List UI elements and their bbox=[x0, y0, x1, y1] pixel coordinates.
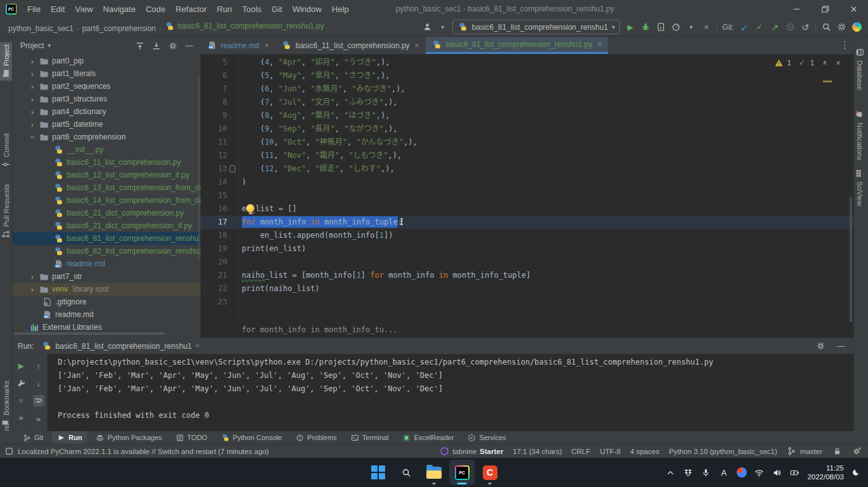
breadcrumb-item-basic6-81-list-comprehension-renshu1-py[interactable]: basic6_81_list_comprehension_renshu1.py bbox=[162, 21, 326, 31]
breadcrumb-item-python-basic-sec1[interactable]: python_basic_sec1 bbox=[6, 24, 76, 33]
profile-ball-icon[interactable] bbox=[736, 467, 747, 478]
wrench-icon[interactable] bbox=[16, 378, 26, 388]
panel-min-icon[interactable]: — bbox=[184, 41, 194, 51]
speaker-icon[interactable] bbox=[772, 467, 782, 478]
editor-tab-basic6-81-list-comprehension-renshu1-py[interactable]: basic6_81_list_comprehension_renshu1.py× bbox=[426, 37, 608, 54]
minimize-button[interactable] bbox=[782, 0, 811, 18]
dropbox-icon[interactable] bbox=[683, 467, 694, 478]
status-item-python-3-10-python-basic-sec1[interactable]: Python 3.10 (python_basic_sec1) bbox=[669, 448, 777, 455]
chevron-right-icon[interactable]: › bbox=[29, 272, 36, 282]
gear-icon[interactable] bbox=[815, 341, 825, 351]
moon-icon[interactable] bbox=[851, 467, 862, 478]
tree-item-readme-md[interactable]: MDreadme.md bbox=[13, 257, 201, 270]
tree-item-venv[interactable]: ›venvlibrary root bbox=[13, 283, 201, 295]
menu-git[interactable]: Git bbox=[266, 4, 287, 14]
menu-edit[interactable]: Edit bbox=[46, 4, 70, 14]
chevron-up-icon[interactable] bbox=[665, 467, 676, 478]
tree-item-part0-pip[interactable]: ›part0_pip bbox=[13, 55, 201, 67]
project-horizontal-scrollbar[interactable] bbox=[14, 332, 165, 335]
tree-item-part2-sequences[interactable]: ›part2_sequences bbox=[13, 80, 201, 93]
breadcrumb-item-part6-comprehension[interactable]: part6_comprehension bbox=[80, 24, 157, 33]
status-item-4-spaces[interactable]: 4 spaces bbox=[630, 448, 659, 455]
tree-item-init-py[interactable]: __init__.py bbox=[13, 143, 201, 156]
menu-tools[interactable]: Tools bbox=[237, 4, 266, 14]
chevron-down-icon[interactable]: ▾ bbox=[48, 42, 51, 49]
dropdown-arrow-icon[interactable]: ▾ bbox=[686, 22, 696, 32]
run-config-tab[interactable]: basic6_81_list_comprehension_renshu1 × bbox=[39, 338, 202, 354]
chevron-down-icon[interactable]: › bbox=[28, 134, 37, 140]
tree-item-basic6-21-dict-comprehension-py[interactable]: basic6_21_dict_comprehension.py bbox=[13, 207, 201, 219]
tool-window-button-terminal[interactable]: Terminal bbox=[346, 431, 394, 444]
editor-tab-basic6-11-list-comprehension-py[interactable]: basic6_11_list_comprehension.py× bbox=[275, 37, 426, 54]
tool-window-button-problems[interactable]: Problems bbox=[291, 431, 341, 444]
menu-refactor[interactable]: Refactor bbox=[171, 4, 212, 14]
expand-sel-icon[interactable] bbox=[151, 41, 161, 51]
debug-icon[interactable] bbox=[640, 22, 650, 32]
profiler-icon[interactable] bbox=[671, 22, 681, 32]
tree-item-part3-structures[interactable]: ›part3_structures bbox=[13, 93, 201, 105]
taskbar-clock[interactable]: 11:252022/08/03 bbox=[807, 464, 844, 481]
history-icon[interactable] bbox=[785, 22, 795, 32]
status-update-message[interactable]: Localized PyCharm 2022.1.1 is available … bbox=[4, 446, 269, 457]
wifi-icon[interactable] bbox=[754, 467, 765, 478]
chevron-right-icon[interactable]: › bbox=[29, 120, 36, 129]
inspection-widget[interactable]: 1✓1∧∨ bbox=[774, 58, 843, 68]
panel-min-icon[interactable]: — bbox=[836, 341, 846, 351]
tool-window-button-python-console[interactable]: Python Console bbox=[216, 431, 287, 444]
kebab-menu-icon[interactable]: ⋮ bbox=[840, 40, 850, 49]
taskbar-camtasia-button[interactable]: C bbox=[477, 460, 503, 485]
up-icon[interactable]: ↑ bbox=[34, 361, 44, 371]
tool-button-sciview[interactable]: SciView bbox=[855, 167, 864, 209]
ime-a-icon[interactable]: A bbox=[718, 467, 729, 478]
rollback-icon[interactable]: ↺ bbox=[800, 22, 810, 32]
tree-item-part5-datetime[interactable]: ›part5_datetime bbox=[13, 118, 201, 131]
status-item-gear-notify[interactable] bbox=[852, 446, 862, 457]
mic-icon[interactable] bbox=[700, 467, 711, 478]
close-icon[interactable]: × bbox=[597, 40, 602, 49]
coverage-icon[interactable] bbox=[655, 22, 666, 32]
menu-help[interactable]: Help bbox=[327, 4, 354, 14]
chevron-right-icon[interactable]: › bbox=[29, 107, 36, 117]
chevron-right-icon[interactable]: › bbox=[29, 82, 36, 91]
chevron-right-icon[interactable]: › bbox=[29, 56, 36, 66]
git-push-icon[interactable]: ↗ bbox=[770, 22, 780, 32]
tree-item-part4-dictionary[interactable]: ›part4_dictionary bbox=[13, 105, 201, 118]
play-icon[interactable]: ▶ bbox=[625, 22, 635, 32]
close-icon[interactable]: × bbox=[195, 342, 199, 349]
tool-button-notifications[interactable]: Notifications bbox=[855, 108, 864, 163]
tool-window-button-python-packages[interactable]: Python Packages bbox=[91, 431, 167, 444]
git-update-icon[interactable]: ↙ bbox=[739, 22, 749, 32]
plugin-ball-icon[interactable] bbox=[852, 22, 862, 32]
tool-window-button-services[interactable]: Services bbox=[463, 431, 511, 444]
person-icon[interactable] bbox=[422, 22, 432, 32]
tree-item-part6-comprehension[interactable]: ›part6_comprehension bbox=[13, 131, 201, 143]
tree-item-basic6-13-list-comprehension-from-dict-py[interactable]: basic6_13_list_comprehension_from_dict.p… bbox=[13, 181, 201, 194]
close-button[interactable] bbox=[839, 0, 868, 18]
chev-down-sm-icon[interactable]: ∨ bbox=[833, 58, 843, 68]
editor-tab-readme-md[interactable]: MDreadme.md× bbox=[201, 37, 275, 54]
editor-scrollbar[interactable] bbox=[850, 197, 852, 322]
status-item-utf-8[interactable]: UTF-8 bbox=[600, 448, 621, 455]
more-icon[interactable]: » bbox=[34, 413, 44, 424]
code-editor[interactable]: 567891011121314151617181920212223 (4, "A… bbox=[201, 55, 853, 323]
tree-item-basic6-11-list-comprehension-py[interactable]: basic6_11_list_comprehension.py bbox=[13, 156, 201, 169]
chev-up-sm-icon[interactable]: ∧ bbox=[820, 58, 830, 68]
menu-run[interactable]: Run bbox=[212, 4, 237, 14]
search-icon[interactable] bbox=[821, 22, 831, 32]
tree-item-external-libraries[interactable]: External Libraries bbox=[13, 321, 201, 334]
tree-item-part7-str[interactable]: ›part7_str bbox=[13, 270, 201, 283]
git-commit-icon[interactable]: ✓ bbox=[754, 22, 765, 32]
menu-view[interactable]: View bbox=[70, 4, 98, 14]
chevron-right-icon[interactable]: › bbox=[29, 69, 36, 79]
tool-button-project[interactable]: Project bbox=[0, 42, 12, 81]
restore-button[interactable] bbox=[811, 0, 839, 18]
tree-item-basic6-12-list-comprehension-if-py[interactable]: basic6_12_list_comprehension_if.py bbox=[13, 169, 201, 181]
taskbar-explorer-button[interactable] bbox=[421, 460, 447, 485]
close-icon[interactable]: × bbox=[265, 41, 269, 50]
tree-item-gitignore[interactable]: .gitignore bbox=[13, 295, 201, 308]
tree-item-basic6-21-dict-comprehension-if-py[interactable]: basic6_21_dict_comprehension_if.py bbox=[13, 219, 201, 232]
tree-item-basic6-14-list-comprehension-from-dict-if-py[interactable]: basic6_14_list_comprehension_from_dict_i… bbox=[13, 194, 201, 207]
gear-icon[interactable] bbox=[168, 41, 178, 51]
tree-item-part1-literals[interactable]: ›part1_literals bbox=[13, 67, 201, 80]
settings-icon[interactable] bbox=[836, 22, 846, 32]
